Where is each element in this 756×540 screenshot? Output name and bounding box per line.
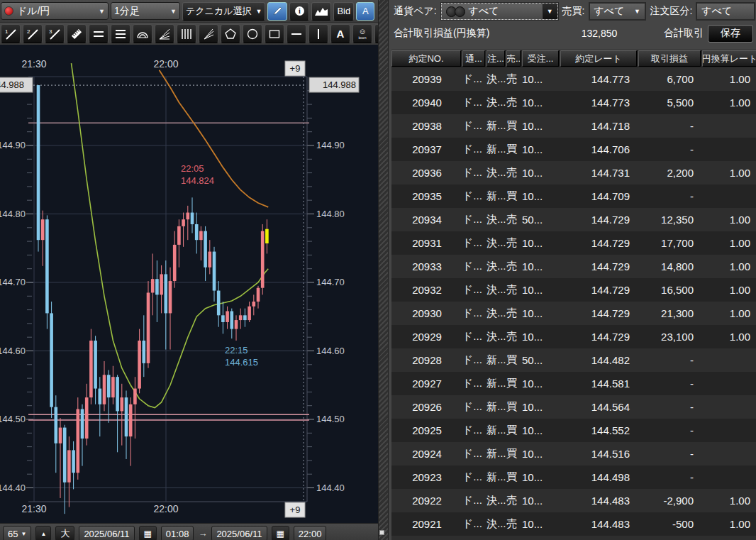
table-cell: -2,900 xyxy=(638,495,702,507)
table-cell: - xyxy=(638,401,702,413)
fibo-arc-tool-icon[interactable] xyxy=(133,24,152,43)
candle-body xyxy=(107,375,111,397)
table-row[interactable]: 20929ド...決...売10...144.72923,1001.00 xyxy=(391,325,756,348)
candle-body xyxy=(204,231,207,268)
bars-count-stepper[interactable]: 65 ▼ xyxy=(3,526,31,540)
side-filter-dropdown[interactable]: すべて ▼ xyxy=(589,3,646,20)
price-axis-label-left: 144.40 xyxy=(0,483,26,493)
candle-body xyxy=(209,252,212,268)
candle-body xyxy=(165,274,168,313)
chart-style-button[interactable] xyxy=(311,2,331,21)
table-row[interactable]: 20924ド...新...買10...144.516- xyxy=(391,442,756,465)
candle-body xyxy=(85,397,89,439)
table-row[interactable]: 20926ド...新...買10...144.564- xyxy=(391,395,756,419)
pair-filter-dropdown[interactable]: すべて ▼ xyxy=(441,3,558,20)
table-row[interactable]: 20928ド...新...買50...144.482- xyxy=(391,348,756,372)
candle-body xyxy=(99,389,102,404)
candle-body xyxy=(230,312,234,329)
rectangle-tool-icon[interactable] xyxy=(265,24,284,43)
trendline1-tool-icon[interactable]: 1 xyxy=(1,24,21,43)
table-cell: ド... xyxy=(462,283,487,297)
table-row[interactable]: 20921ド...決...売10...144.483-5001.00 xyxy=(391,512,756,536)
ask-toggle-button[interactable]: A xyxy=(356,2,374,21)
table-row[interactable]: 20940ド...決...売10...144.7735,5001.00 xyxy=(391,91,756,114)
column-header[interactable]: 取引損益 xyxy=(638,50,701,67)
vertical-line-tool-icon[interactable] xyxy=(308,24,328,43)
table-row[interactable]: 20937ド...新...買10...144.706- xyxy=(391,138,756,161)
table-cell: 20926 xyxy=(391,401,462,413)
time-to-input[interactable]: 22:00 xyxy=(294,526,327,540)
draw-mode-button[interactable] xyxy=(267,2,287,21)
column-header[interactable]: 受注... xyxy=(522,50,559,67)
range-arrow: → xyxy=(198,528,207,539)
table-row[interactable]: 20930ド...決...売10...144.72921,3001.00 xyxy=(391,302,756,325)
candle-body xyxy=(67,450,71,482)
table-row[interactable]: 20934ド...決...売50...144.72912,3501.00 xyxy=(391,208,756,231)
column-header[interactable]: 約定レート xyxy=(560,50,637,67)
executions-table[interactable]: 約定NO.通...注...売..受注...約定レート取引損益円換算レート 209… xyxy=(391,50,756,540)
window-splitter[interactable] xyxy=(378,0,389,540)
table-cell: 1.00 xyxy=(702,97,756,109)
chart-size-button[interactable]: 大 xyxy=(55,526,74,540)
candlestick-chart[interactable]: 144.90144.90144.80144.80144.70144.70144.… xyxy=(0,45,378,523)
gann-fan-tool-icon[interactable] xyxy=(199,24,218,43)
emoji-icon-tool[interactable]: ☺ icon xyxy=(352,24,372,43)
candle-body xyxy=(147,292,150,363)
fibo-retracement-tool-icon[interactable] xyxy=(111,24,130,43)
parallel-lines-tool-icon[interactable] xyxy=(89,24,109,43)
candle-body xyxy=(59,428,62,443)
calendar-icon[interactable]: ▦ xyxy=(272,526,289,540)
technical-select-button[interactable]: テクニカル選択 ▼ xyxy=(182,2,265,21)
increase-bars-button[interactable]: ▲ xyxy=(35,526,51,540)
pentagon-tool-icon[interactable] xyxy=(221,24,240,43)
column-header[interactable]: 売.. xyxy=(506,50,521,67)
table-row[interactable]: 20932ド...決...売10...144.72916,5001.00 xyxy=(391,278,756,302)
fibo-timezone-tool-icon[interactable] xyxy=(177,24,196,43)
table-row[interactable]: 20925ド...新...買10...144.552- xyxy=(391,419,756,442)
timeframe-dropdown[interactable]: 1分足 ▼ xyxy=(111,2,180,20)
candle-body xyxy=(187,213,190,220)
horizontal-line-tool-icon[interactable] xyxy=(287,24,306,43)
table-row[interactable]: 20920ド...決...売10...144.483-5,7001.00 xyxy=(391,536,756,540)
time-from-input[interactable]: 01:08 xyxy=(161,526,194,540)
price-axis-label-right: 144.90 xyxy=(316,140,345,150)
candle-body xyxy=(89,341,93,397)
table-cell: 10... xyxy=(522,260,560,272)
chart-window: ドル/円 ▼ 1分足 ▼ テクニカル選択 ▼ i Bid xyxy=(0,0,378,540)
circle-tool-icon[interactable] xyxy=(243,24,262,43)
table-cell: ド... xyxy=(462,447,487,461)
trendline3-tool-icon[interactable]: 3 xyxy=(45,24,65,43)
table-row[interactable]: 20931ド...決...売10...144.72917,7001.00 xyxy=(391,231,756,255)
table-row[interactable]: 20936ド...決...売10...144.7312,2001.00 xyxy=(391,161,756,184)
currency-pair-dropdown[interactable]: ドル/円 ▼ xyxy=(1,2,109,20)
table-cell: - xyxy=(638,354,702,366)
table-row[interactable]: 20938ド...新...買10...144.718- xyxy=(391,114,756,138)
table-row[interactable]: 20939ド...決...売10...144.7736,7001.00 xyxy=(391,67,756,91)
table-row[interactable]: 20923ド...新...買10...144.498- xyxy=(391,465,756,489)
date-to-input[interactable]: 2025/06/11 xyxy=(211,526,267,540)
column-header[interactable]: 通... xyxy=(462,50,485,67)
candle-body xyxy=(151,279,155,292)
fibo-fan-tool-icon[interactable] xyxy=(155,24,174,43)
table-row[interactable]: 20935ド...新...買10...144.709- xyxy=(391,184,756,208)
column-header[interactable]: 円換算レート xyxy=(702,50,756,67)
table-cell: 20935 xyxy=(391,190,462,202)
table-cell: 10... xyxy=(522,378,560,390)
table-row[interactable]: 20927ド...新...買10...144.581- xyxy=(391,372,756,395)
bid-toggle-button[interactable]: Bid xyxy=(333,2,354,21)
calendar-icon[interactable]: ▦ xyxy=(139,526,157,540)
ruler-tool-icon[interactable] xyxy=(67,24,87,43)
date-from-input[interactable]: 2025/06/11 xyxy=(79,526,134,540)
splitter-grip[interactable] xyxy=(379,530,384,535)
column-header[interactable]: 約定NO. xyxy=(391,50,461,67)
save-button[interactable]: 保存 xyxy=(708,25,753,43)
text-tool-icon[interactable]: A xyxy=(330,24,350,43)
table-cell: 144.729 xyxy=(560,307,638,319)
info-button[interactable]: i xyxy=(289,2,309,21)
order-type-filter-dropdown[interactable]: すべて xyxy=(696,3,755,20)
candle-body xyxy=(116,377,119,411)
table-row[interactable]: 20933ド...決...売10...144.72914,8001.00 xyxy=(391,255,756,278)
table-row[interactable]: 20922ド...決...売10...144.483-2,9001.00 xyxy=(391,489,756,512)
column-header[interactable]: 注... xyxy=(487,50,505,67)
trendline2-tool-icon[interactable]: 2 xyxy=(23,24,43,43)
